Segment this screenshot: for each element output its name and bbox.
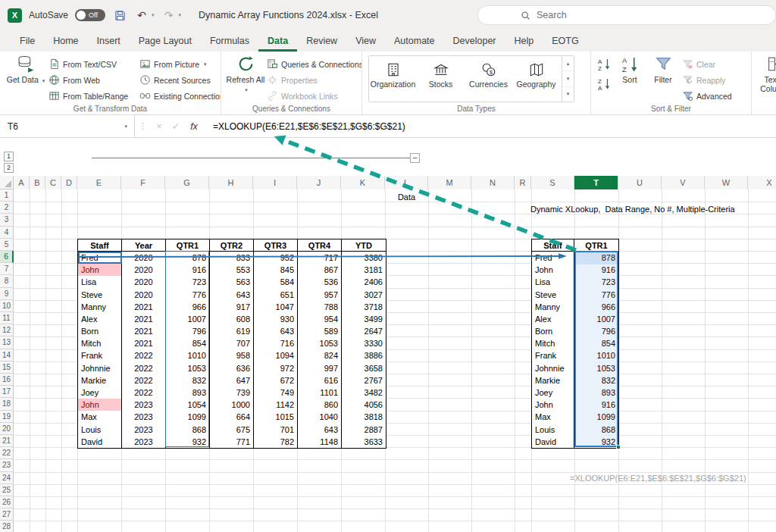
tab-formulas[interactable]: Formulas bbox=[201, 30, 258, 52]
gallery-scroll-down-icon[interactable]: ▾ bbox=[562, 71, 574, 86]
cell[interactable]: 2020 bbox=[122, 264, 166, 276]
cell[interactable]: 776 bbox=[574, 289, 618, 301]
cell[interactable]: 553 bbox=[210, 264, 254, 276]
column-header-U[interactable]: U bbox=[618, 176, 662, 189]
ribbon-item-reapply[interactable]: Reapply bbox=[682, 72, 732, 88]
cell[interactable]: 930 bbox=[254, 313, 298, 325]
cell[interactable]: Alex bbox=[78, 313, 122, 325]
cell[interactable]: 589 bbox=[298, 325, 342, 337]
cell[interactable]: 1010 bbox=[166, 349, 210, 361]
cell[interactable]: 972 bbox=[254, 362, 298, 374]
cell[interactable]: 788 bbox=[298, 301, 342, 313]
cell[interactable]: 957 bbox=[298, 289, 342, 301]
cell[interactable]: 3027 bbox=[342, 289, 386, 301]
cell[interactable]: Johnnie bbox=[532, 362, 574, 374]
cell[interactable]: 707 bbox=[210, 337, 254, 349]
cell[interactable]: Steve bbox=[78, 289, 122, 301]
cell[interactable]: 2023 bbox=[122, 424, 166, 436]
outline-level-2-button[interactable]: 2 bbox=[4, 163, 14, 173]
cell[interactable]: 636 bbox=[210, 362, 254, 374]
row-header-26[interactable]: 26 bbox=[0, 496, 14, 509]
cell[interactable]: 2023 bbox=[122, 411, 166, 423]
column-header-K[interactable]: K bbox=[341, 176, 385, 189]
cell[interactable]: 2021 bbox=[122, 313, 166, 325]
row-header-28[interactable]: 28 bbox=[0, 521, 14, 532]
cell[interactable]: 854 bbox=[166, 337, 210, 349]
cell[interactable]: Frank bbox=[532, 349, 574, 361]
column-header-G[interactable]: G bbox=[165, 176, 209, 189]
cell[interactable]: 4056 bbox=[342, 399, 386, 411]
cell[interactable]: 723 bbox=[574, 276, 618, 288]
cell[interactable]: 1148 bbox=[298, 436, 342, 448]
cell[interactable]: 2023 bbox=[122, 436, 166, 448]
row-header-2[interactable]: 2 bbox=[0, 202, 14, 214]
cell[interactable]: 3380 bbox=[342, 252, 386, 264]
cell[interactable]: 916 bbox=[574, 399, 618, 411]
cell[interactable]: 1007 bbox=[166, 313, 210, 325]
more-options-icon[interactable]: ⋮ bbox=[135, 121, 151, 131]
cell[interactable]: John bbox=[532, 264, 574, 276]
cell[interactable]: 868 bbox=[574, 424, 618, 436]
cell[interactable]: 966 bbox=[166, 301, 210, 313]
redo-caret-icon[interactable]: ▾ bbox=[179, 12, 182, 18]
undo-caret-icon[interactable]: ▾ bbox=[152, 12, 155, 18]
tab-view[interactable]: View bbox=[346, 30, 385, 52]
cell[interactable]: 2022 bbox=[122, 374, 166, 386]
ribbon-item-from-text-csv[interactable]: From Text/CSV bbox=[48, 56, 128, 72]
cell[interactable]: 651 bbox=[254, 289, 298, 301]
cell[interactable]: 1101 bbox=[298, 386, 342, 399]
cell[interactable]: 643 bbox=[210, 289, 254, 301]
tab-help[interactable]: Help bbox=[505, 30, 543, 52]
cell[interactable]: 2021 bbox=[122, 337, 166, 349]
cell[interactable]: 824 bbox=[298, 349, 342, 361]
row-header-17[interactable]: 17 bbox=[0, 386, 14, 398]
cell[interactable]: 3181 bbox=[342, 264, 386, 276]
cell[interactable]: 616 bbox=[298, 374, 342, 386]
column-header-C[interactable]: C bbox=[45, 176, 61, 189]
column-header-B[interactable]: B bbox=[30, 176, 45, 189]
cell[interactable]: 3818 bbox=[342, 411, 386, 423]
row-header-13[interactable]: 13 bbox=[0, 336, 14, 349]
row-header-24[interactable]: 24 bbox=[0, 472, 14, 484]
gallery-scroll-up-icon[interactable]: ▴ bbox=[562, 56, 574, 71]
tab-data[interactable]: Data bbox=[258, 30, 297, 52]
cell[interactable]: 1094 bbox=[254, 349, 298, 361]
cell[interactable]: John bbox=[78, 399, 122, 411]
tab-review[interactable]: Review bbox=[297, 30, 346, 52]
cell[interactable]: 1010 bbox=[574, 349, 618, 361]
row-header-1[interactable]: 1 bbox=[0, 189, 14, 202]
cell[interactable]: 2020 bbox=[122, 252, 166, 264]
outline-level-1-button[interactable]: 1 bbox=[4, 152, 14, 161]
cell[interactable]: Fred bbox=[78, 252, 122, 264]
cell[interactable]: 868 bbox=[166, 424, 210, 436]
search-box[interactable] bbox=[477, 5, 776, 25]
cell[interactable]: 1142 bbox=[254, 399, 298, 411]
cell[interactable]: 854 bbox=[574, 337, 618, 349]
row-header-5[interactable]: 5 bbox=[0, 239, 14, 251]
cell[interactable]: 717 bbox=[298, 252, 342, 264]
cell[interactable]: Markie bbox=[78, 374, 122, 386]
column-header-M[interactable]: M bbox=[428, 176, 471, 189]
cell[interactable]: 3718 bbox=[342, 301, 386, 313]
cell[interactable]: Louis bbox=[78, 424, 122, 436]
data-type-organization[interactable]: Organization bbox=[369, 56, 417, 102]
cell[interactable]: 3499 bbox=[342, 313, 386, 325]
save-icon[interactable] bbox=[112, 8, 127, 23]
cell[interactable]: 3658 bbox=[342, 362, 386, 374]
cell[interactable]: 1000 bbox=[210, 399, 254, 411]
ribbon-item-advanced[interactable]: Advanced bbox=[682, 88, 732, 104]
sort-button[interactable]: AZ Sort bbox=[614, 55, 646, 84]
cell[interactable]: 893 bbox=[166, 386, 210, 399]
cell[interactable]: 878 bbox=[574, 252, 618, 264]
sort-ascending-button[interactable]: AZ bbox=[596, 56, 612, 73]
cell[interactable]: 997 bbox=[298, 362, 342, 374]
tab-eotg[interactable]: EOTG bbox=[543, 30, 587, 52]
outline-collapse-button[interactable]: – bbox=[410, 153, 420, 163]
cell[interactable]: 1040 bbox=[298, 411, 342, 423]
cell[interactable]: Alex bbox=[532, 313, 574, 325]
cell[interactable]: 2023 bbox=[122, 399, 166, 411]
cell[interactable]: 796 bbox=[166, 325, 210, 337]
cell[interactable]: 1099 bbox=[574, 411, 618, 423]
tab-automate[interactable]: Automate bbox=[385, 30, 444, 52]
cell[interactable]: 1054 bbox=[166, 399, 210, 411]
